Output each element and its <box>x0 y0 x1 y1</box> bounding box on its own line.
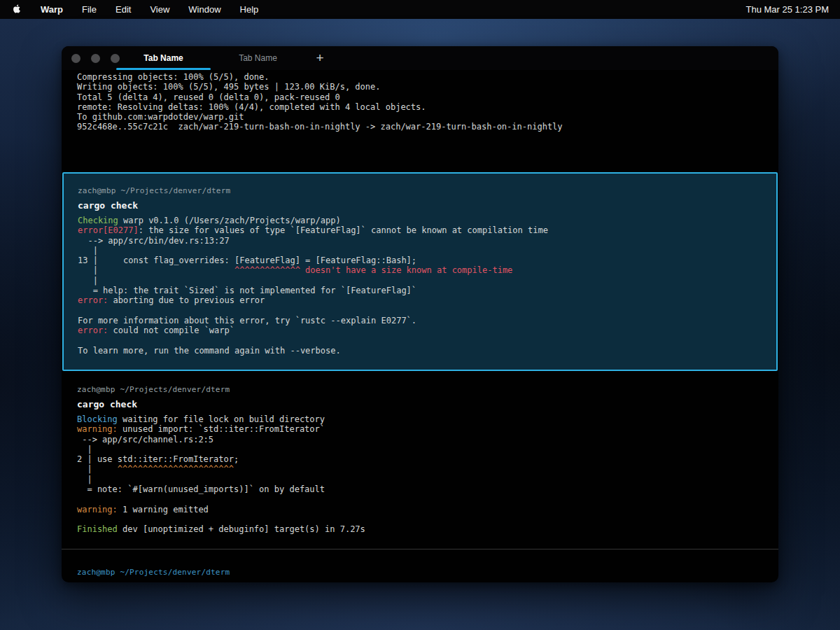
terminal-content: Compressing objects: 100% (5/5), done.Wr… <box>62 70 778 582</box>
command-text: cargo check <box>77 399 766 410</box>
desktop-wallpaper: Warp File Edit View Window Help Thu Mar … <box>0 0 840 630</box>
menu-item-view[interactable]: View <box>150 4 169 15</box>
prompt-line: zach@mbp ~/Projects/denver/dterm <box>78 186 764 195</box>
command-block-error[interactable]: zach@mbp ~/Projects/denver/dterm cargo c… <box>62 172 778 371</box>
prompt-line: zach@mbp ~/Projects/denver/dterm <box>77 385 766 394</box>
command-block-warning[interactable]: zach@mbp ~/Projects/denver/dterm cargo c… <box>62 377 778 535</box>
window-control-close[interactable] <box>71 54 80 63</box>
menu-item-edit[interactable]: Edit <box>115 4 131 15</box>
apple-icon <box>11 3 22 17</box>
prompt-line: zach@mbp ~/Projects/denver/dterm <box>77 568 766 577</box>
tab-2-label: Tab Name <box>239 53 277 63</box>
tab-2[interactable]: Tab Name <box>211 46 305 70</box>
menu-item-file[interactable]: File <box>82 4 97 15</box>
menu-item-window[interactable]: Window <box>188 4 220 15</box>
apple-menu[interactable] <box>11 3 22 17</box>
window-control-minimize[interactable] <box>91 54 100 63</box>
active-prompt-block[interactable]: zach@mbp ~/Projects/denver/dterm <box>62 550 778 582</box>
command-output: Checking warp v0.1.0 (/Users/zach/Projec… <box>78 216 764 356</box>
tab-1-label: Tab Name <box>144 53 183 63</box>
menu-clock[interactable]: Thu Mar 25 1:23 PM <box>746 4 830 15</box>
window-controls <box>71 54 120 63</box>
menu-bar: Warp File Edit View Window Help Thu Mar … <box>0 0 840 19</box>
terminal-window: Tab Name Tab Name + Compressing objects:… <box>62 46 778 582</box>
command-text: cargo check <box>78 200 764 211</box>
tab-bar: Tab Name Tab Name + <box>62 46 778 70</box>
menu-item-help[interactable]: Help <box>240 4 259 15</box>
tab-1-active[interactable]: Tab Name <box>116 46 211 70</box>
menu-item-app-warp[interactable]: Warp <box>41 4 63 15</box>
scrollback-output: Compressing objects: 100% (5/5), done.Wr… <box>77 72 563 132</box>
new-tab-button[interactable]: + <box>305 46 335 70</box>
command-output: Blocking waiting for file lock on build … <box>77 414 766 535</box>
tab-strip: Tab Name Tab Name + <box>116 46 335 70</box>
